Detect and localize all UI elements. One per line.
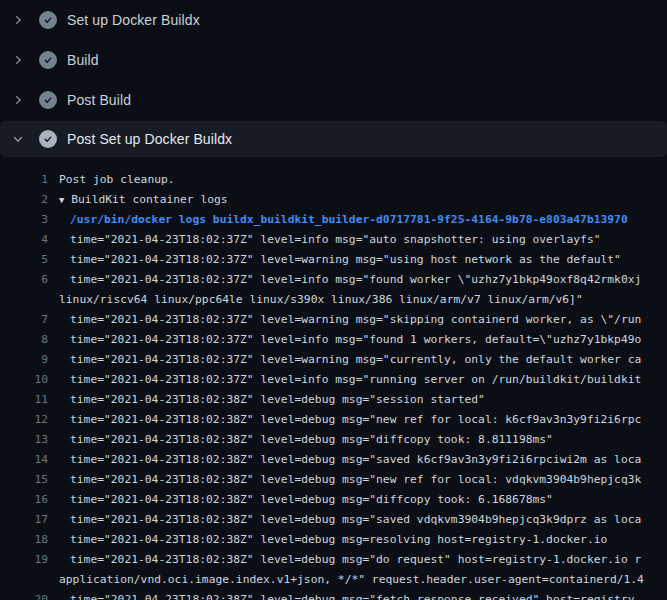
line-number[interactable] [0, 290, 48, 310]
log-line: 6time="2021-04-23T18:02:37Z" level=info … [0, 270, 667, 290]
chevron-right-icon [11, 13, 25, 27]
log-text: time="2021-04-23T18:02:37Z" level=warnin… [70, 310, 641, 330]
log-line: 1Post job cleanup. [0, 170, 667, 190]
log-line: 17time="2021-04-23T18:02:38Z" level=debu… [0, 510, 667, 530]
step-title: Set up Docker Buildx [67, 12, 200, 28]
check-circle-icon [39, 11, 57, 29]
line-number[interactable]: 10 [0, 370, 48, 390]
log-text: time="2021-04-23T18:02:38Z" level=debug … [70, 590, 641, 600]
log-text: time="2021-04-23T18:02:38Z" level=debug … [70, 550, 641, 570]
line-number[interactable]: 1 [0, 170, 48, 190]
log-text: time="2021-04-23T18:02:37Z" level=info m… [70, 330, 641, 350]
log-text: time="2021-04-23T18:02:38Z" level=debug … [70, 470, 641, 490]
line-number[interactable]: 19 [0, 550, 48, 570]
line-number[interactable]: 8 [0, 330, 48, 350]
line-number[interactable]: 3 [0, 210, 48, 230]
log-line: 14time="2021-04-23T18:02:38Z" level=debu… [0, 450, 667, 470]
log-line: 13time="2021-04-23T18:02:38Z" level=debu… [0, 430, 667, 450]
log-line-continuation: application/vnd.oci.image.index.v1+json,… [0, 570, 667, 590]
line-number[interactable]: 6 [0, 270, 48, 290]
workflow-log-panel: Set up Docker Buildx Build Post Build Po… [0, 0, 667, 600]
log-text: time="2021-04-23T18:02:37Z" level=warnin… [70, 350, 641, 370]
log-text: time="2021-04-23T18:02:38Z" level=debug … [70, 490, 553, 510]
log-text: time="2021-04-23T18:02:38Z" level=debug … [70, 450, 641, 470]
log-text: time="2021-04-23T18:02:38Z" level=debug … [70, 390, 485, 410]
line-number[interactable]: 5 [0, 250, 48, 270]
log-line: 2▼ BuildKit container logs [0, 190, 667, 210]
log-line: 10time="2021-04-23T18:02:37Z" level=info… [0, 370, 667, 390]
step-log-output: 1Post job cleanup.2▼ BuildKit container … [0, 157, 667, 600]
check-circle-icon [39, 51, 57, 69]
line-number[interactable]: 2 [0, 190, 48, 210]
log-line: 4time="2021-04-23T18:02:37Z" level=info … [0, 230, 667, 250]
log-line: 5time="2021-04-23T18:02:37Z" level=warni… [0, 250, 667, 270]
step-title: Post Set up Docker Buildx [67, 131, 232, 147]
chevron-right-icon [11, 53, 25, 67]
line-number[interactable]: 14 [0, 450, 48, 470]
log-text: time="2021-04-23T18:02:37Z" level=info m… [70, 270, 641, 290]
log-line: 9time="2021-04-23T18:02:37Z" level=warni… [0, 350, 667, 370]
line-number[interactable]: 20 [0, 590, 48, 600]
log-line: 15time="2021-04-23T18:02:38Z" level=debu… [0, 470, 667, 490]
log-text: application/vnd.oci.image.index.v1+json,… [59, 570, 644, 590]
log-line: 3/usr/bin/docker logs buildx_buildkit_bu… [0, 210, 667, 230]
log-line: 8time="2021-04-23T18:02:37Z" level=info … [0, 330, 667, 350]
line-number[interactable]: 18 [0, 530, 48, 550]
group-collapse-icon[interactable]: ▼ [59, 195, 64, 205]
log-line: 19time="2021-04-23T18:02:38Z" level=debu… [0, 550, 667, 570]
line-number[interactable]: 15 [0, 470, 48, 490]
log-text: time="2021-04-23T18:02:38Z" level=debug … [70, 510, 641, 530]
log-command-text: /usr/bin/docker logs buildx_buildkit_bui… [70, 210, 628, 230]
line-number[interactable]: 9 [0, 350, 48, 370]
log-text: Post job cleanup. [59, 170, 175, 190]
line-number[interactable] [0, 570, 48, 590]
chevron-right-icon [11, 93, 25, 107]
log-text: linux/riscv64 linux/ppc64le linux/s390x … [59, 290, 583, 310]
log-line: 7time="2021-04-23T18:02:37Z" level=warni… [0, 310, 667, 330]
log-text: time="2021-04-23T18:02:38Z" level=debug … [70, 410, 641, 430]
log-line: 20time="2021-04-23T18:02:38Z" level=debu… [0, 590, 667, 600]
line-number[interactable]: 11 [0, 390, 48, 410]
step-title: Build [67, 52, 99, 68]
log-text: time="2021-04-23T18:02:37Z" level=info m… [70, 230, 601, 250]
step-header-build[interactable]: Build [0, 40, 667, 80]
line-number[interactable]: 17 [0, 510, 48, 530]
log-line: 16time="2021-04-23T18:02:38Z" level=debu… [0, 490, 667, 510]
log-text: time="2021-04-23T18:02:38Z" level=debug … [70, 530, 607, 550]
log-text: time="2021-04-23T18:02:38Z" level=debug … [70, 430, 553, 450]
log-text[interactable]: ▼ BuildKit container logs [59, 190, 228, 210]
log-text: time="2021-04-23T18:02:37Z" level=info m… [70, 370, 641, 390]
line-number[interactable]: 7 [0, 310, 48, 330]
step-title: Post Build [67, 92, 131, 108]
step-header-setup-docker-buildx[interactable]: Set up Docker Buildx [0, 0, 667, 40]
line-number[interactable]: 13 [0, 430, 48, 450]
log-line: 12time="2021-04-23T18:02:38Z" level=debu… [0, 410, 667, 430]
step-header-post-build[interactable]: Post Build [0, 80, 667, 120]
line-number[interactable]: 12 [0, 410, 48, 430]
step-header-post-setup-docker-buildx[interactable]: Post Set up Docker Buildx [0, 121, 667, 157]
chevron-down-icon [11, 132, 25, 146]
check-circle-icon [39, 130, 57, 148]
log-line: 11time="2021-04-23T18:02:38Z" level=debu… [0, 390, 667, 410]
log-line: 18time="2021-04-23T18:02:38Z" level=debu… [0, 530, 667, 550]
log-text: time="2021-04-23T18:02:37Z" level=warnin… [70, 250, 621, 270]
log-line-continuation: linux/riscv64 linux/ppc64le linux/s390x … [0, 290, 667, 310]
line-number[interactable]: 16 [0, 490, 48, 510]
line-number[interactable]: 4 [0, 230, 48, 250]
check-circle-icon [39, 91, 57, 109]
